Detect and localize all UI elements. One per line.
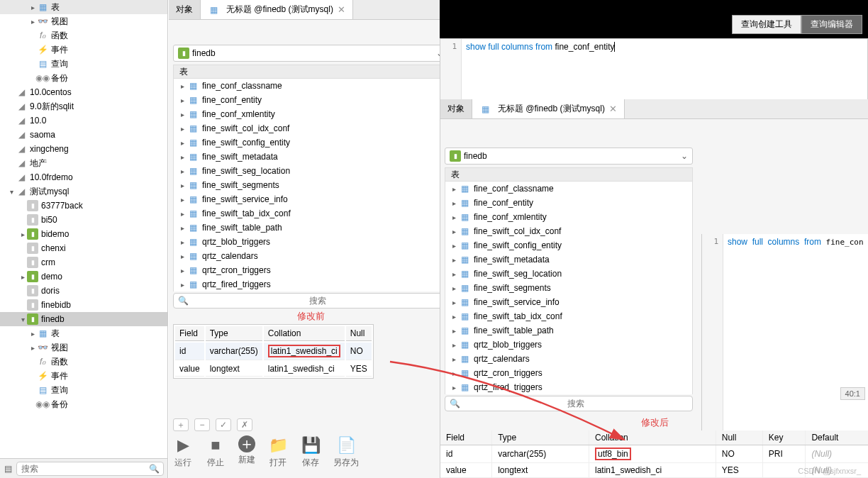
item-label: 事件: [51, 44, 68, 56]
table-item[interactable]: ▸ ▦ fine_swift_seg_location: [174, 164, 447, 178]
table-row[interactable]: id varchar(255) latin1_swedish_ci NO: [175, 343, 372, 360]
table-item[interactable]: ▸ ▦ qrtz_cron_triggers: [445, 366, 692, 380]
connection-item[interactable]: ◢ 10.0: [0, 113, 167, 128]
sidebar-item[interactable]: f₀ 函数: [0, 28, 167, 43]
list-icon[interactable]: ▤: [4, 464, 12, 474]
table-item[interactable]: ▸ ▦ qrtz_fired_triggers: [174, 277, 447, 291]
sidebar-item[interactable]: ⚡ 事件: [0, 43, 167, 57]
table-name: fine_swift_metadata: [474, 255, 550, 265]
table-item[interactable]: ▸ ▦ qrtz_blob_triggers: [445, 338, 692, 352]
table-search[interactable]: 🔍: [445, 396, 693, 411]
run-button[interactable]: ▶运行: [173, 435, 193, 469]
table-item[interactable]: ▸ ▦ fine_swift_segments: [174, 178, 447, 192]
table-item[interactable]: ▸ ▦ fine_conf_classname: [174, 79, 447, 93]
table-item[interactable]: ▸ ▦ fine_swift_segments: [445, 281, 692, 295]
table-item[interactable]: ▸ ▦ fine_swift_seg_location: [445, 267, 692, 281]
save-button[interactable]: 💾保存: [301, 435, 321, 469]
sidebar-search-input[interactable]: [16, 462, 164, 476]
table-item[interactable]: ▸ ▦ fine_conf_xmlentity: [174, 107, 447, 121]
sidebar-item[interactable]: ▸ ▮ bidemo: [0, 227, 167, 241]
table-item[interactable]: ▸ ▦ fine_swift_col_idx_conf: [174, 121, 447, 135]
sidebar-item[interactable]: ▸ ▦ 表: [0, 326, 167, 340]
table-item[interactable]: ▸ ▦ fine_swift_service_info: [174, 192, 447, 206]
table-item[interactable]: ▸ ▦ fine_swift_tab_idx_conf: [445, 309, 692, 323]
table-search-input[interactable]: [191, 296, 443, 306]
sql-text[interactable]: show full columns from fine_conf_entity: [462, 39, 867, 109]
sidebar-item[interactable]: f₀ 函数: [0, 355, 167, 369]
sidebar-item[interactable]: ▮ doris: [0, 284, 167, 298]
table-item[interactable]: ▸ ▦ fine_swift_col_idx_conf: [445, 224, 692, 238]
db-icon: ▮: [27, 271, 38, 282]
table-item[interactable]: ▸ ▦ qrtz_calendars: [174, 249, 447, 263]
connection-item[interactable]: ◢ 地产: [0, 156, 167, 170]
table-item[interactable]: ▸ ▦ qrtz_fired_triggers: [445, 380, 692, 394]
table-search[interactable]: 🔍 41: [173, 293, 448, 309]
sidebar-item[interactable]: ▮ 63777back: [0, 199, 167, 213]
connection-item[interactable]: ◢ saoma: [0, 128, 167, 142]
tab-query[interactable]: ▦ 无标题 @finedb (测试mysql) ✕: [472, 99, 625, 118]
table-item[interactable]: ▸ ▦ fine_swift_service_info: [445, 295, 692, 309]
panel-after: 对象 ▦ 无标题 @finedb (测试mysql) ✕ ▮ finedb ⌄ …: [440, 99, 868, 478]
item-label: 函数: [51, 30, 68, 42]
query-builder-button[interactable]: 查询创建工具: [732, 15, 801, 34]
query-editor-button[interactable]: 查询编辑器: [801, 15, 862, 34]
item-label: finebidb: [41, 300, 71, 310]
db-selector[interactable]: ▮ finedb ⌄: [173, 45, 448, 62]
table-item[interactable]: ▸ ▦ fine_swift_config_entity: [174, 135, 447, 150]
table-item[interactable]: ▸ ▦ qrtz_calendars: [445, 352, 692, 366]
close-icon[interactable]: ✕: [609, 104, 617, 114]
connection-open[interactable]: ▾ ◢ 测试mysql: [0, 184, 167, 199]
table-item[interactable]: ▸ ▦ fine_swift_tab_idx_conf: [174, 206, 447, 221]
table-item[interactable]: ▸ ▦ fine_conf_xmlentity: [445, 210, 692, 224]
saveas-button[interactable]: 📄另存为: [333, 435, 359, 469]
add-button[interactable]: ＋: [173, 418, 189, 431]
open-button[interactable]: 📁打开: [268, 435, 288, 469]
table-item[interactable]: ▸ ▦ fine_conf_classname: [445, 182, 692, 196]
new-button[interactable]: ＋新建: [238, 435, 255, 469]
table-item[interactable]: ▸ ▦ qrtz_cron_triggers: [174, 263, 447, 277]
confirm-button[interactable]: ✓: [216, 418, 231, 431]
sql-editor[interactable]: 1 show full columns from fine_conf_entit…: [440, 38, 868, 109]
close-icon[interactable]: ✕: [338, 4, 345, 15]
sidebar-item[interactable]: ◉◉ 备份: [0, 71, 167, 85]
table-item[interactable]: ▸ ▦ fine_swift_config_entity: [445, 238, 692, 252]
connection-item[interactable]: ◢ xingcheng: [0, 142, 167, 156]
sidebar-item[interactable]: ▮ bi50: [0, 213, 167, 227]
sidebar-item[interactable]: ▸ 👓 视图: [0, 340, 167, 355]
sidebar-item[interactable]: ▮ finebidb: [0, 298, 167, 312]
db-selector[interactable]: ▮ finedb ⌄: [445, 148, 693, 165]
stop-button[interactable]: ■停止: [206, 435, 226, 469]
sidebar-item[interactable]: ▤ 查询: [0, 383, 167, 397]
table-icon: ▦: [461, 212, 471, 222]
sidebar-item[interactable]: ▮ chenxi: [0, 241, 167, 255]
table-item[interactable]: ▸ ▦ fine_swift_metadata: [174, 150, 447, 164]
table-row[interactable]: value longtext latin1_swedish_ci YES: [175, 362, 372, 377]
sidebar-item[interactable]: ◉◉ 备份: [0, 397, 167, 411]
tab-objects[interactable]: 对象: [169, 0, 201, 19]
remove-button[interactable]: −: [194, 418, 210, 431]
sidebar-item[interactable]: ▸ ▮ demo: [0, 269, 167, 284]
table-item[interactable]: ▸ ▦ fine_swift_metadata: [445, 252, 692, 267]
sidebar-item[interactable]: ⚡ 事件: [0, 369, 167, 383]
sidebar-item[interactable]: ▸ ▦ 表: [0, 0, 167, 14]
sidebar-item[interactable]: ▮ crm: [0, 255, 167, 269]
tab-query[interactable]: ▦ 无标题 @finedb (测试mysql) ✕: [201, 0, 353, 19]
sidebar-item[interactable]: ▤ 查询: [0, 57, 167, 71]
table-row[interactable]: id varchar(255) utf8_bin NO PRI (Null): [440, 445, 868, 463]
table-item[interactable]: ▸ ▦ fine_conf_entity: [445, 196, 692, 210]
sidebar-item[interactable]: ▾ ▮ finedb: [0, 312, 167, 326]
table-search-input[interactable]: [463, 399, 688, 408]
connection-item[interactable]: ◢ 10.0frdemo: [0, 170, 167, 184]
chevron-right-icon: ▸: [450, 327, 458, 335]
chevron-right-icon: ▸: [178, 153, 187, 161]
table-item[interactable]: ▸ ▦ fine_conf_entity: [174, 93, 447, 107]
table-item[interactable]: ▸ ▦ fine_swift_table_path: [174, 221, 447, 235]
table-name: fine_conf_entity: [202, 95, 262, 105]
cancel-button[interactable]: ✗: [237, 418, 252, 431]
table-item[interactable]: ▸ ▦ fine_swift_table_path: [445, 323, 692, 338]
sidebar-item[interactable]: ▸ 👓 视图: [0, 14, 167, 28]
connection-item[interactable]: ◢ 10.0centos: [0, 85, 167, 99]
connection-item[interactable]: ◢ 9.0新的sqlit: [0, 99, 167, 113]
tab-objects[interactable]: 对象: [440, 99, 472, 118]
table-item[interactable]: ▸ ▦ qrtz_blob_triggers: [174, 235, 447, 249]
